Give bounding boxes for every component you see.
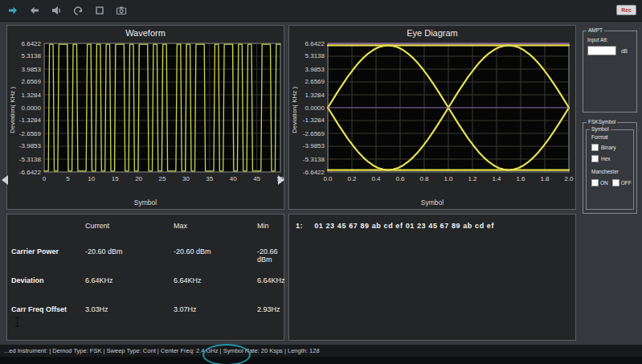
svg-text:45: 45 [253, 175, 260, 182]
svg-text:0.0000: 0.0000 [305, 104, 325, 112]
svg-text:-2.6569: -2.6569 [303, 130, 325, 137]
svg-text:5: 5 [66, 175, 70, 182]
waveform-panel: Waveform 051015202530354045506.64225.313… [6, 25, 284, 210]
svg-text:1.0: 1.0 [444, 175, 453, 182]
svg-text:2.6569: 2.6569 [22, 78, 42, 85]
svg-text:0.8: 0.8 [419, 175, 429, 182]
svg-text:1.6: 1.6 [516, 175, 525, 182]
hex-option: Hex [591, 155, 611, 162]
input-att-field[interactable] [587, 46, 616, 55]
waveform-title: Waveform [7, 26, 284, 38]
row-deviation: Deviation 6.64KHz 6.64KHz 6.64KHz [7, 276, 284, 284]
svg-text:-6.6422: -6.6422 [303, 169, 325, 176]
waveform-chart: 051015202530354045506.64225.31383.98532.… [7, 39, 285, 193]
svg-text:3.9853: 3.9853 [22, 66, 42, 73]
symbol-table-panel: 1: 01 23 45 67 89 ab cd ef 01 23 45 67 8… [288, 214, 576, 341]
svg-text:0: 0 [43, 175, 47, 182]
svg-text:15: 15 [112, 175, 119, 182]
svg-text:-6.6422: -6.6422 [19, 169, 42, 176]
text-cursor-icon [14, 316, 21, 330]
measurements-panel: Current Max Min Carrier Power -20.60 dBm… [6, 214, 284, 341]
svg-text:3.9853: 3.9853 [305, 66, 325, 73]
input-att-label: Input Att: [587, 37, 608, 43]
svg-text:-5.3138: -5.3138 [19, 156, 42, 163]
svg-text:35: 35 [206, 175, 213, 182]
binary-checkbox[interactable] [591, 144, 599, 151]
row-carr-freq-offset: Carr Freq Offset 3.03Hz 3.07Hz 2.93Hz [7, 305, 284, 313]
svg-text:2.0: 2.0 [564, 175, 574, 182]
undo-arrow-icon[interactable] [72, 4, 84, 17]
waveform-ylabel: Deviation( KHz ) [9, 42, 16, 178]
binary-label: Binary [601, 145, 615, 150]
next-page-arrow-icon[interactable] [278, 175, 284, 185]
measurements-header: Current Max Min [7, 222, 284, 230]
symbol-row-index: 1: [296, 222, 303, 230]
svg-text:-1.3284: -1.3284 [303, 117, 325, 124]
rec-button[interactable]: Rec [616, 5, 636, 15]
manchester-on-label: ON [600, 180, 608, 186]
speaker-icon[interactable] [50, 4, 63, 17]
col-current: Current [85, 222, 174, 230]
ampt-group: AMPT Input Att: dB [583, 31, 637, 112]
toolbar: Rec [0, 0, 642, 22]
manchester-onoff: ON OFF [591, 179, 632, 186]
format-label: Format [591, 134, 608, 140]
symbol-subgroup: Symbol Format Binary Hex Manchester ON O… [586, 129, 634, 210]
svg-text:20: 20 [135, 175, 142, 182]
row-carrier-power: Carrier Power -20.60 dBm -20.60 dBm -20.… [7, 247, 284, 264]
svg-text:5.3138: 5.3138 [305, 52, 325, 59]
svg-text:10: 10 [88, 175, 95, 182]
svg-text:1.8: 1.8 [540, 175, 550, 182]
svg-text:1.3284: 1.3284 [22, 92, 42, 99]
symbol-subgroup-legend: Symbol [590, 126, 611, 132]
svg-text:0.0: 0.0 [323, 175, 333, 182]
symbol-row-value: 01 23 45 67 89 ab cd ef 01 23 45 67 89 a… [314, 222, 494, 230]
bottom-strip [0, 357, 642, 364]
status-bar: ...ed Instrument: | Demod Type: FSK | Sw… [0, 345, 642, 357]
hex-checkbox[interactable] [591, 155, 599, 162]
eye-diagram-panel: Eye Diagram 0.00.20.40.60.81.01.21.41.61… [288, 25, 576, 210]
binary-option: Binary [591, 144, 615, 151]
manchester-off-label: OFF [621, 180, 632, 186]
back-arrow-icon[interactable] [28, 4, 41, 17]
svg-text:-2.6569: -2.6569 [19, 130, 42, 137]
svg-text:2.6569: 2.6569 [305, 78, 325, 85]
svg-text:-1.3284: -1.3284 [19, 117, 42, 124]
hex-label: Hex [601, 156, 611, 162]
camera-icon[interactable] [115, 4, 128, 17]
svg-text:-3.9853: -3.9853 [303, 142, 325, 149]
svg-text:1.4: 1.4 [492, 175, 501, 182]
svg-text:5.3138: 5.3138 [22, 52, 42, 59]
input-att-unit: dB [621, 48, 628, 54]
status-bar-text: ...ed Instrument: | Demod Type: FSK | Sw… [4, 347, 320, 354]
col-max: Max [174, 222, 257, 230]
stop-square-icon[interactable] [93, 4, 106, 17]
svg-text:0.2: 0.2 [347, 175, 357, 182]
symbol-row: 1: 01 23 45 67 89 ab cd ef 01 23 45 67 8… [289, 215, 575, 230]
fsk-symbol-legend: FSKSymbol [587, 119, 617, 125]
svg-text:-5.3138: -5.3138 [303, 156, 325, 163]
eye-diagram-chart: 0.00.20.40.60.81.01.21.41.61.82.06.64225… [289, 39, 577, 193]
svg-text:0.0000: 0.0000 [22, 104, 42, 112]
svg-text:25: 25 [159, 175, 166, 182]
svg-text:-3.9853: -3.9853 [19, 142, 42, 149]
waveform-xlabel: Symbol [7, 198, 284, 207]
svg-text:30: 30 [182, 175, 190, 182]
svg-text:1.2: 1.2 [468, 175, 477, 182]
svg-text:0.4: 0.4 [371, 175, 381, 182]
fsk-symbol-group: FSKSymbol Symbol Format Binary Hex Manch… [583, 122, 637, 214]
svg-text:6.6422: 6.6422 [22, 40, 42, 47]
svg-text:6.6422: 6.6422 [305, 40, 325, 47]
svg-text:0.6: 0.6 [395, 175, 405, 182]
svg-text:1.3284: 1.3284 [305, 92, 325, 99]
ampt-legend: AMPT [587, 27, 604, 33]
instrument-screen: Rec Waveform 051015202530354045506.64225… [0, 0, 642, 364]
eye-xlabel: Symbol [289, 198, 575, 207]
manchester-off-checkbox[interactable] [612, 179, 620, 186]
manchester-label: Manchester [591, 169, 619, 174]
col-min: Min [257, 222, 280, 230]
prev-page-arrow-icon[interactable] [2, 175, 8, 185]
forward-arrow-icon[interactable] [6, 4, 19, 17]
manchester-on-checkbox[interactable] [591, 179, 599, 186]
eye-ylabel: Deviation( KHz ) [291, 42, 298, 178]
